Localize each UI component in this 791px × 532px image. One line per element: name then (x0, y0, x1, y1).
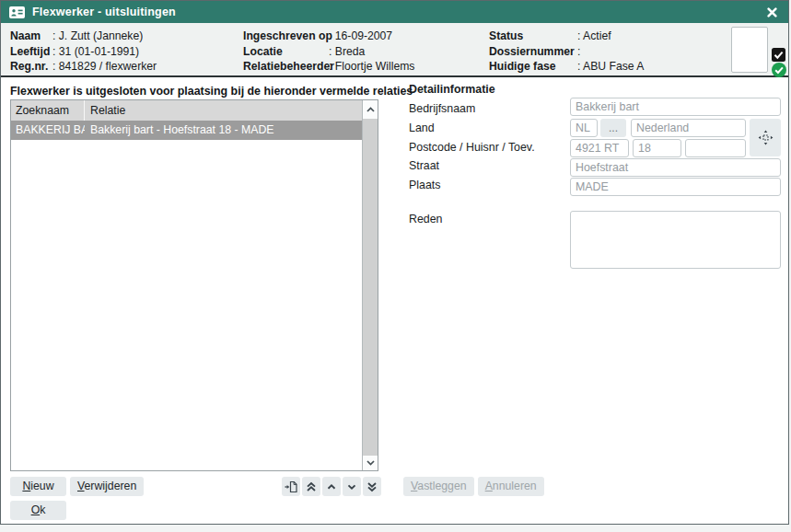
move-icon[interactable] (750, 119, 781, 156)
person-header-column-1: Naam: J. Zutt (Janneke) Leeftijd: 31 (01… (10, 29, 157, 75)
plaats-field[interactable] (570, 178, 781, 196)
postcode-field[interactable] (570, 139, 629, 157)
field-value: : Breda (329, 45, 365, 58)
nieuw-button[interactable]: Nieuw (10, 477, 66, 496)
scroll-up-icon[interactable] (363, 100, 378, 119)
landcode-field[interactable] (570, 119, 598, 137)
postcode-label: Postcode / Huisnr / Toev. (409, 141, 535, 154)
field-label: Relatiebeheerder (243, 59, 329, 75)
field-label: Ingeschreven op (243, 29, 329, 44)
goto-record-icon[interactable] (282, 477, 300, 496)
cell-relatie: Bakkerij bart - Hoefstraat 18 - MADE (85, 121, 362, 140)
checked-checkbox-icon (772, 48, 785, 62)
flexwerker-uitsluitingen-dialog: Flexwerker - uitsluitingen Naam: J. Zutt… (0, 0, 789, 525)
field-value: : 841829 / flexwerker (52, 60, 157, 73)
list-action-buttons: Nieuw Verwijderen (10, 477, 144, 496)
field-label: Naam (10, 29, 52, 44)
list-empty-area (11, 140, 362, 470)
scrollbar-track[interactable] (363, 119, 378, 456)
bedrijfsnaam-field[interactable] (570, 98, 781, 116)
double-chevron-down-icon[interactable] (363, 477, 381, 496)
list-scrollbar[interactable] (362, 100, 378, 470)
detail-section-title: Detailinformatie (409, 83, 495, 96)
plaats-label: Plaats (409, 179, 440, 191)
titlebar[interactable]: Flexwerker - uitsluitingen (1, 1, 788, 23)
chevron-up-icon[interactable] (322, 477, 341, 496)
chevron-down-icon[interactable] (343, 477, 361, 496)
window-title: Flexwerker - uitsluitingen (32, 6, 176, 18)
field-label: Huidige fase (489, 59, 577, 75)
person-header: Naam: J. Zutt (Janneke) Leeftijd: 31 (01… (1, 23, 788, 77)
exclusion-list-body: Zoeknaam Relatie BAKKERIJ BA... Bakkerij… (11, 100, 362, 470)
field-label: Dossiernummer (489, 44, 577, 60)
field-value: : 31 (01-01-1991) (52, 45, 139, 58)
field-label: Leeftijd (10, 44, 52, 60)
column-header-zoeknaam[interactable]: Zoeknaam (11, 100, 85, 121)
annuleren-button[interactable]: Annuleren (478, 477, 544, 496)
field-label: Reg.nr. (10, 59, 52, 75)
field-value: : Actief (577, 29, 611, 42)
field-value: : Floortje Willems (329, 60, 414, 73)
landnaam-field[interactable] (631, 119, 746, 137)
exclusion-list: Zoeknaam Relatie BAKKERIJ BA... Bakkerij… (10, 99, 378, 471)
field-label: Status (489, 29, 577, 44)
column-header-relatie[interactable]: Relatie (85, 100, 362, 121)
ok-button[interactable]: Ok (10, 501, 66, 520)
huisnr-field[interactable] (633, 139, 681, 157)
cell-zoeknaam: BAKKERIJ BA... (11, 121, 85, 140)
dialog-confirm-row: Ok (10, 501, 66, 520)
double-chevron-up-icon[interactable] (302, 477, 320, 496)
scroll-down-icon[interactable] (363, 456, 378, 470)
verwijderen-button[interactable]: Verwijderen (70, 477, 144, 496)
vastleggen-button[interactable]: Vastleggen (403, 477, 474, 496)
land-browse-button[interactable]: ... (600, 119, 626, 137)
field-value: : J. Zutt (Janneke) (52, 29, 143, 42)
field-label: Locatie (243, 44, 329, 60)
reden-label: Reden (409, 213, 443, 226)
list-header-row: Zoeknaam Relatie (11, 100, 362, 121)
straat-label: Straat (409, 159, 439, 172)
close-icon[interactable] (763, 4, 780, 20)
list-row-selected[interactable]: BAKKERIJ BA... Bakkerij bart - Hoefstraa… (11, 121, 362, 140)
bedrijfsnaam-label: Bedrijfsnaam (409, 102, 475, 115)
exclusion-caption: Flexwerker is uitgesloten voor plaatsing… (10, 85, 413, 98)
detail-action-buttons: Vastleggen Annuleren (403, 477, 544, 496)
field-value: : 16-09-2007 (329, 29, 392, 42)
person-header-column-2: Ingeschreven op: 16-09-2007 Locatie: Bre… (243, 29, 414, 75)
field-value: : ABU Fase A (577, 60, 644, 73)
id-card-icon (9, 6, 25, 18)
person-header-column-3: Status: Actief Dossiernummer: Huidige fa… (489, 29, 644, 75)
land-label: Land (409, 121, 435, 134)
reden-field[interactable] (570, 211, 781, 269)
photo-placeholder (731, 27, 768, 73)
green-check-icon (772, 63, 786, 77)
field-value: : (577, 45, 580, 58)
straat-field[interactable] (570, 158, 781, 177)
record-nav-buttons (282, 477, 381, 496)
toevoeging-field[interactable] (685, 139, 746, 157)
